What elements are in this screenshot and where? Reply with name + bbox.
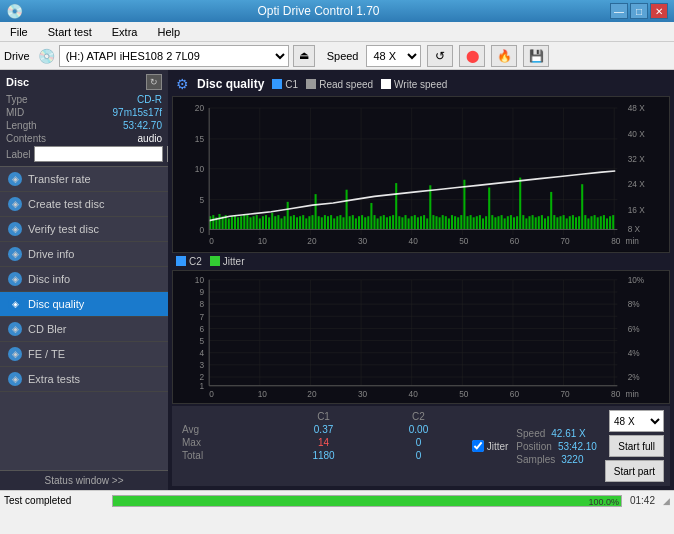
svg-rect-90 [380,216,382,229]
disc-label-input[interactable] [34,146,163,162]
c1-label: C1 [285,79,298,90]
svg-text:6%: 6% [628,323,640,333]
svg-rect-116 [460,215,462,229]
menu-file[interactable]: File [4,24,34,40]
jitter-checkbox[interactable] [472,440,484,452]
menu-start-test[interactable]: Start test [42,24,98,40]
disc-label-field-label: Label [6,149,30,160]
svg-rect-96 [398,216,400,229]
read-speed-color [306,79,316,89]
menu-help[interactable]: Help [151,24,186,40]
erase-button[interactable]: ⬤ [459,45,485,67]
max-label: Max [178,436,274,449]
speed-select[interactable]: 48 X Max 40 X 32 X [366,45,421,67]
start-full-button[interactable]: Start full [609,435,664,457]
status-window-button[interactable]: Status window >> [0,470,168,490]
content-area: ⚙ Disc quality C1 Read speed Write speed [168,70,674,490]
nav-cd-bler[interactable]: ◈ CD Bler [0,317,168,342]
nav-fe-te[interactable]: ◈ FE / TE [0,342,168,367]
legend-jitter-chart: Jitter [210,256,245,267]
svg-rect-44 [237,217,239,229]
nav-disc-quality[interactable]: ◈ Disc quality [0,292,168,317]
svg-rect-57 [277,215,279,229]
c2-label: C2 [189,256,202,267]
speed-row: 48 X Max [609,410,664,432]
svg-rect-161 [600,216,602,229]
svg-rect-160 [597,217,599,229]
svg-rect-125 [488,188,490,230]
svg-rect-36 [212,215,214,229]
total-c1: 1180 [274,449,374,462]
stats-row-total: Total 1180 0 [178,449,464,462]
eject-button[interactable]: ⏏ [293,45,315,67]
svg-rect-104 [423,215,425,229]
nav-extra-tests-label: Extra tests [28,373,80,385]
disc-quality-icon: ◈ [8,297,22,311]
svg-rect-151 [569,216,571,229]
svg-text:9: 9 [199,287,204,297]
drive-select[interactable]: (H:) ATAPI iHES108 2 7L09 [59,45,289,67]
disc-refresh-button[interactable]: ↻ [146,74,162,90]
svg-rect-122 [479,215,481,229]
test-speed-select[interactable]: 48 X Max [609,410,664,432]
svg-text:4: 4 [199,347,204,357]
svg-rect-162 [603,215,605,229]
save-button[interactable]: 💾 [523,45,549,67]
svg-rect-118 [466,216,468,229]
svg-rect-60 [287,202,289,230]
nav-extra-tests[interactable]: ◈ Extra tests [0,367,168,392]
nav-disc-info[interactable]: ◈ Disc info [0,267,168,292]
c2-chart-svg: 10 9 8 7 6 5 4 3 2 1 10% 8% 6% 4% 2% 0 1… [173,271,669,403]
close-button[interactable]: ✕ [650,3,668,19]
svg-rect-141 [538,216,540,229]
svg-rect-113 [451,215,453,229]
svg-rect-58 [280,218,282,229]
nav-verify-test-disc[interactable]: ◈ Verify test disc [0,217,168,242]
svg-rect-140 [535,217,537,229]
c1-chart: 20 15 10 5 0 48 X 40 X 32 X 24 X 16 X 8 … [172,96,670,253]
nav-items: ◈ Transfer rate ◈ Create test disc ◈ Ver… [0,167,168,470]
disc-panel: Disc ↻ Type CD-R MID 97m15s17f Length 53… [0,70,168,167]
svg-rect-81 [352,215,354,229]
svg-text:2%: 2% [628,372,640,382]
svg-rect-77 [339,215,341,229]
svg-text:8: 8 [199,299,204,309]
nav-drive-info-label: Drive info [28,248,74,260]
refresh-button[interactable]: ↺ [427,45,453,67]
svg-text:20: 20 [307,388,316,398]
svg-rect-59 [284,216,286,229]
menu-extra[interactable]: Extra [106,24,144,40]
svg-rect-83 [358,216,360,229]
svg-rect-100 [411,216,413,229]
svg-rect-85 [364,217,366,229]
svg-rect-137 [525,218,527,229]
progress-bar-fill [113,496,621,506]
nav-create-test-disc[interactable]: ◈ Create test disc [0,192,168,217]
svg-rect-62 [293,215,295,229]
svg-text:40 X: 40 X [628,128,645,138]
svg-rect-38 [218,214,220,229]
burn-button[interactable]: 🔥 [491,45,517,67]
start-part-button[interactable]: Start part [605,460,664,482]
svg-rect-108 [435,216,437,229]
nav-drive-info[interactable]: ◈ Drive info [0,242,168,267]
svg-rect-76 [336,216,338,229]
max-c1: 14 [274,436,374,449]
svg-text:6: 6 [199,323,204,333]
svg-text:10: 10 [258,236,267,246]
svg-rect-74 [330,215,332,229]
svg-text:5: 5 [199,335,204,345]
minimize-button[interactable]: — [610,3,628,19]
time-display: 01:42 [630,495,655,506]
svg-text:40: 40 [409,388,418,398]
length-label: Length [6,120,37,131]
nav-transfer-rate[interactable]: ◈ Transfer rate [0,167,168,192]
speed-label: Speed [327,50,359,62]
maximize-button[interactable]: □ [630,3,648,19]
chart-title: Disc quality [197,77,264,91]
svg-rect-84 [361,215,363,229]
svg-rect-139 [532,215,534,229]
mid-label: MID [6,107,24,118]
svg-text:5: 5 [199,195,204,205]
svg-text:7: 7 [199,311,204,321]
